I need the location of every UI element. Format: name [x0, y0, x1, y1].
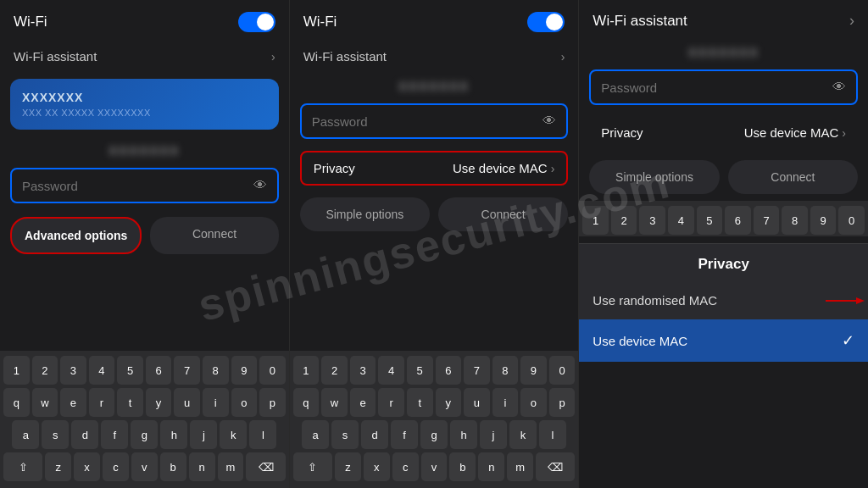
key-c[interactable]: c [103, 452, 129, 481]
p2-key-j[interactable]: j [480, 420, 507, 449]
p3-key-0[interactable]: 0 [838, 206, 865, 235]
panel2-eye-icon[interactable]: 👁 [542, 114, 556, 129]
key-v[interactable]: v [131, 452, 158, 481]
p3-key-8[interactable]: 8 [782, 206, 808, 235]
p2-key-2[interactable]: 2 [321, 356, 348, 385]
panel3-randomised-mac-row[interactable]: Use randomised MAC [579, 281, 868, 319]
p2-key-6[interactable]: 6 [436, 356, 462, 385]
key-b[interactable]: b [160, 452, 186, 481]
p2-key-e[interactable]: e [350, 388, 376, 417]
p2-key-o[interactable]: o [520, 388, 547, 417]
key-n[interactable]: n [189, 452, 215, 481]
p2-key-3[interactable]: 3 [350, 356, 376, 385]
panel1-assistant-row[interactable]: Wi-Fi assistant › [0, 41, 289, 72]
panel1-connect-button[interactable]: Connect [150, 217, 278, 254]
key-u[interactable]: u [174, 388, 200, 417]
p3-key-3[interactable]: 3 [639, 206, 665, 235]
key-t[interactable]: t [117, 388, 143, 417]
p2-key-8[interactable]: 8 [492, 356, 519, 385]
p2-key-i[interactable]: i [492, 388, 519, 417]
key-3[interactable]: 3 [60, 356, 86, 385]
key-d[interactable]: d [71, 420, 98, 449]
key-shift[interactable]: ⇧ [3, 452, 42, 481]
p2-key-1[interactable]: 1 [293, 356, 320, 385]
key-6[interactable]: 6 [146, 356, 172, 385]
panel3-privacy-row[interactable]: Privacy Use device MAC › [589, 117, 858, 148]
p2-key-r[interactable]: r [378, 388, 404, 417]
p2-key-9[interactable]: 9 [520, 356, 547, 385]
panel2-simple-options-button[interactable]: Simple options [300, 197, 430, 231]
key-0[interactable]: 0 [259, 356, 286, 385]
p3-key-2[interactable]: 2 [611, 206, 637, 235]
p2-key-w[interactable]: w [321, 388, 348, 417]
p3-key-9[interactable]: 9 [810, 206, 837, 235]
p2-key-l[interactable]: l [539, 420, 566, 449]
p2-key-u[interactable]: u [464, 388, 490, 417]
panel2-privacy-row[interactable]: Privacy Use device MAC › [300, 151, 569, 186]
panel2-wifi-toggle[interactable] [527, 12, 565, 32]
panel1-eye-icon[interactable]: 👁 [253, 178, 267, 193]
p2-key-y[interactable]: y [436, 388, 462, 417]
p2-key-v[interactable]: v [421, 452, 448, 481]
panel1-network-card[interactable]: XXXXXXX XXX XX XXXXX XXXXXXXX [10, 79, 279, 130]
p2-key-t[interactable]: t [407, 388, 433, 417]
p2-key-0[interactable]: 0 [549, 356, 576, 385]
panel2-assistant-row[interactable]: Wi-Fi assistant › [290, 41, 579, 72]
panel3-connect-button[interactable]: Connect [728, 160, 858, 194]
key-e[interactable]: e [60, 388, 86, 417]
p2-key-a[interactable]: a [302, 420, 329, 449]
key-7[interactable]: 7 [174, 356, 200, 385]
p2-key-g[interactable]: g [420, 420, 448, 449]
p3-key-7[interactable]: 7 [754, 206, 780, 235]
key-x[interactable]: x [74, 452, 100, 481]
key-8[interactable]: 8 [203, 356, 229, 385]
key-backspace[interactable]: ⌫ [246, 452, 285, 481]
panel1-advanced-options-button[interactable]: Advanced options [10, 217, 142, 254]
key-y[interactable]: y [146, 388, 172, 417]
key-j[interactable]: j [190, 420, 217, 449]
key-h[interactable]: h [160, 420, 187, 449]
key-1[interactable]: 1 [3, 356, 30, 385]
key-f[interactable]: f [101, 420, 128, 449]
p2-key-4[interactable]: 4 [378, 356, 404, 385]
p2-key-7[interactable]: 7 [464, 356, 490, 385]
key-p[interactable]: p [259, 388, 286, 417]
key-9[interactable]: 9 [231, 356, 258, 385]
panel2-password-input[interactable] [312, 114, 543, 129]
key-z[interactable]: z [45, 452, 71, 481]
panel3-password-input[interactable] [601, 80, 832, 95]
p2-key-backspace[interactable]: ⌫ [536, 452, 575, 481]
p3-key-1[interactable]: 1 [582, 206, 609, 235]
key-s[interactable]: s [42, 420, 69, 449]
p2-key-5[interactable]: 5 [407, 356, 433, 385]
p2-key-x[interactable]: x [364, 452, 390, 481]
panel2-connect-button[interactable]: Connect [438, 197, 568, 231]
key-l[interactable]: l [249, 420, 276, 449]
key-i[interactable]: i [203, 388, 229, 417]
p2-key-d[interactable]: d [361, 420, 388, 449]
key-4[interactable]: 4 [89, 356, 115, 385]
key-a[interactable]: a [12, 420, 39, 449]
p3-key-5[interactable]: 5 [697, 206, 723, 235]
key-q[interactable]: q [3, 388, 30, 417]
panel3-simple-options-button[interactable]: Simple options [589, 160, 719, 194]
p2-key-f[interactable]: f [391, 420, 418, 449]
key-w[interactable]: w [32, 388, 58, 417]
key-r[interactable]: r [89, 388, 115, 417]
p2-key-m[interactable]: m [507, 452, 533, 481]
p2-key-n[interactable]: n [478, 452, 504, 481]
key-5[interactable]: 5 [117, 356, 143, 385]
key-g[interactable]: g [131, 420, 158, 449]
p2-key-k[interactable]: k [509, 420, 537, 449]
p2-key-c[interactable]: c [392, 452, 419, 481]
p2-key-shift[interactable]: ⇧ [293, 452, 332, 481]
key-2[interactable]: 2 [32, 356, 58, 385]
panel1-password-input[interactable] [22, 179, 253, 193]
key-o[interactable]: o [231, 388, 258, 417]
panel3-device-mac-row[interactable]: Use device MAC ✓ [579, 319, 868, 362]
p2-key-q[interactable]: q [293, 388, 320, 417]
key-m[interactable]: m [218, 452, 244, 481]
p2-key-s[interactable]: s [331, 420, 359, 449]
p3-key-4[interactable]: 4 [668, 206, 694, 235]
p2-key-z[interactable]: z [335, 452, 361, 481]
